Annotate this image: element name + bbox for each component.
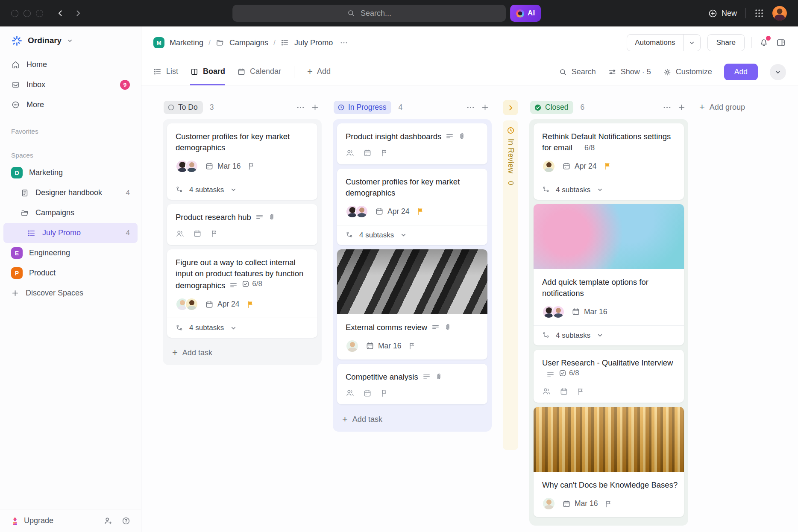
ai-button[interactable]: AI bbox=[510, 5, 541, 22]
sidebar-space-product[interactable]: P Product bbox=[0, 263, 141, 283]
automations-button[interactable]: Automations bbox=[627, 34, 701, 51]
assignees-placeholder-icon[interactable] bbox=[542, 387, 551, 396]
subtasks-toggle[interactable]: 4 subtasks bbox=[167, 180, 317, 200]
priority-flag-icon[interactable] bbox=[604, 500, 613, 508]
assignee-avatars[interactable] bbox=[542, 305, 565, 319]
due-date-placeholder-icon[interactable] bbox=[560, 387, 568, 396]
upgrade-label[interactable]: Upgrade bbox=[24, 516, 53, 525]
sidebar-item-more[interactable]: More bbox=[0, 95, 141, 115]
assignee-avatars[interactable] bbox=[542, 160, 555, 173]
spaces-section-label[interactable]: Spaces bbox=[0, 152, 141, 159]
task-card[interactable]: Rethink Default Notifications settings f… bbox=[534, 123, 684, 200]
priority-flag-icon[interactable] bbox=[604, 162, 612, 170]
customize-button[interactable]: Customize bbox=[663, 67, 712, 76]
priority-flag-icon[interactable] bbox=[246, 300, 255, 309]
user-avatar[interactable] bbox=[772, 6, 787, 20]
assignees-placeholder-icon[interactable] bbox=[346, 149, 355, 158]
column-status-pill[interactable]: To Do bbox=[164, 101, 203, 114]
tab-calendar[interactable]: Calendar bbox=[237, 59, 281, 85]
sidebar-space-marketing[interactable]: D Marketing bbox=[0, 163, 141, 183]
column-more-icon[interactable] bbox=[296, 103, 305, 112]
add-view-button[interactable]: + Add bbox=[307, 59, 331, 85]
add-task-button[interactable]: +Add task bbox=[337, 409, 487, 427]
due-date[interactable]: Apr 24 bbox=[562, 162, 597, 171]
notifications-bell-icon[interactable] bbox=[759, 38, 769, 48]
subtasks-toggle[interactable]: 4 subtasks bbox=[167, 318, 317, 338]
task-card[interactable]: User Research - Qualitative Interview6/8 bbox=[534, 350, 684, 403]
sidebar-item-home[interactable]: Home bbox=[0, 55, 141, 75]
task-card[interactable]: Customer profiles for key market demogra… bbox=[337, 169, 487, 245]
automations-chevron-icon[interactable] bbox=[683, 35, 700, 51]
column-more-icon[interactable] bbox=[663, 103, 672, 112]
task-card[interactable]: External comms reviewMar 16 bbox=[337, 249, 487, 360]
sidebar-space-engineering[interactable]: E Engineering bbox=[0, 243, 141, 263]
sidebar-item-discover-spaces[interactable]: Discover Spaces bbox=[0, 283, 141, 303]
task-card[interactable]: Add quick template options for notificat… bbox=[534, 204, 684, 345]
priority-flag-icon[interactable] bbox=[417, 207, 425, 216]
expand-column-button[interactable] bbox=[503, 100, 518, 115]
priority-flag-icon[interactable] bbox=[247, 162, 256, 170]
assignees-placeholder-icon[interactable] bbox=[346, 389, 355, 398]
column-add-icon[interactable] bbox=[678, 103, 686, 111]
invite-user-icon[interactable] bbox=[103, 516, 113, 526]
help-icon[interactable] bbox=[121, 516, 131, 526]
breadcrumb-folder[interactable]: Campaigns bbox=[229, 38, 268, 47]
assignee-avatars[interactable] bbox=[176, 160, 198, 173]
favorites-section-label[interactable]: Favorites bbox=[0, 128, 141, 135]
breadcrumb-more-icon[interactable] bbox=[340, 38, 348, 47]
new-button[interactable]: New bbox=[708, 9, 737, 18]
due-date-placeholder-icon[interactable] bbox=[193, 229, 202, 238]
assignee-avatar[interactable] bbox=[542, 160, 555, 173]
window-control-dot[interactable] bbox=[36, 10, 43, 17]
window-controls[interactable] bbox=[11, 10, 43, 17]
show-filter-button[interactable]: Show · 5 bbox=[608, 67, 651, 76]
share-button[interactable]: Share bbox=[707, 34, 745, 51]
window-control-dot[interactable] bbox=[23, 10, 31, 17]
assignee-avatar[interactable] bbox=[355, 205, 368, 218]
sidebar-item-designer-handbook[interactable]: Designer handbook 4 bbox=[0, 183, 141, 203]
back-button[interactable] bbox=[56, 9, 65, 18]
column-add-icon[interactable] bbox=[481, 103, 489, 111]
assignee-avatars[interactable] bbox=[346, 205, 368, 218]
priority-placeholder-icon[interactable] bbox=[210, 229, 219, 238]
subtasks-toggle[interactable]: 4 subtasks bbox=[534, 325, 684, 345]
priority-placeholder-icon[interactable] bbox=[380, 149, 389, 157]
priority-flag-icon[interactable] bbox=[408, 342, 417, 350]
priority-placeholder-icon[interactable] bbox=[380, 389, 389, 398]
add-options-chevron[interactable] bbox=[770, 64, 786, 80]
assignee-avatars[interactable] bbox=[346, 339, 359, 353]
assignees-placeholder-icon[interactable] bbox=[176, 229, 185, 238]
assignee-avatar[interactable] bbox=[552, 305, 565, 319]
assignee-avatar[interactable] bbox=[542, 497, 555, 510]
column-add-icon[interactable] bbox=[311, 103, 319, 111]
due-date[interactable]: Mar 16 bbox=[572, 307, 607, 316]
due-date-placeholder-icon[interactable] bbox=[363, 389, 372, 398]
task-card[interactable]: Competitive analysis bbox=[337, 364, 487, 405]
due-date[interactable]: Mar 16 bbox=[205, 162, 241, 171]
subtasks-toggle[interactable]: 4 subtasks bbox=[534, 180, 684, 200]
task-card[interactable]: Figure out a way to collect internal inp… bbox=[167, 249, 317, 338]
column-status-pill[interactable]: Closed bbox=[530, 101, 573, 114]
apps-grid-icon[interactable] bbox=[754, 9, 764, 18]
breadcrumb-list[interactable]: July Promo bbox=[294, 38, 333, 47]
task-card[interactable]: Product research hub bbox=[167, 204, 317, 245]
due-date-placeholder-icon[interactable] bbox=[363, 149, 372, 157]
global-search-input[interactable]: Search... bbox=[232, 5, 506, 22]
sidebar-item-july-promo[interactable]: July Promo 4 bbox=[3, 223, 138, 243]
due-date[interactable]: Mar 16 bbox=[366, 342, 401, 351]
tab-board[interactable]: Board bbox=[190, 59, 225, 85]
window-control-dot[interactable] bbox=[11, 10, 18, 17]
due-date[interactable]: Mar 16 bbox=[562, 499, 598, 508]
add-task-primary-button[interactable]: Add bbox=[724, 64, 758, 80]
add-group-button[interactable]: +Add group bbox=[699, 102, 745, 112]
due-date[interactable]: Apr 24 bbox=[375, 207, 410, 216]
assignee-avatar[interactable] bbox=[185, 298, 198, 311]
toggle-panel-icon[interactable] bbox=[776, 38, 786, 48]
add-task-button[interactable]: +Add task bbox=[167, 342, 317, 361]
tab-list[interactable]: List bbox=[153, 59, 178, 85]
priority-placeholder-icon[interactable] bbox=[577, 387, 585, 396]
due-date[interactable]: Apr 24 bbox=[205, 300, 240, 309]
assignee-avatar[interactable] bbox=[346, 339, 359, 353]
task-card[interactable]: Why can't Docs be Knowledge Bases?Mar 16 bbox=[534, 407, 684, 517]
task-card[interactable]: Product insight dashboards bbox=[337, 123, 487, 164]
